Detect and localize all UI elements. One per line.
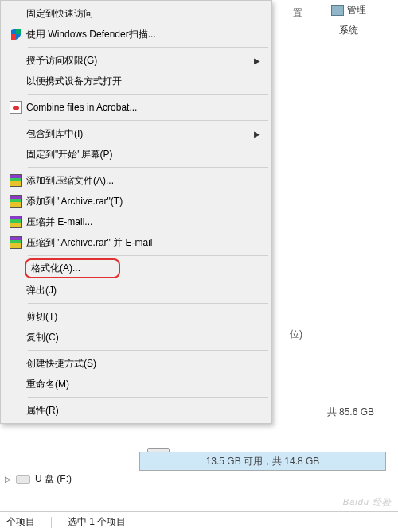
menu-properties[interactable]: 属性(R) <box>2 400 270 421</box>
watermark: Baidu 经验 <box>343 496 392 508</box>
status-divider <box>51 517 52 528</box>
menu-add-archive-rar[interactable]: 添加到 "Archive.rar"(T) <box>2 191 270 212</box>
winrar-icon <box>6 195 26 208</box>
menu-separator <box>28 255 268 256</box>
winrar-icon <box>6 236 26 249</box>
menu-compress-rar-email[interactable]: 压缩到 "Archive.rar" 并 E-mail <box>2 232 270 253</box>
status-count: 个项目 <box>6 515 35 529</box>
menu-separator <box>28 397 268 398</box>
svg-rect-0 <box>16 29 21 34</box>
ribbon-system-tab[interactable]: 系统 <box>339 24 358 37</box>
menu-create-shortcut[interactable]: 创建快捷方式(S) <box>2 353 270 374</box>
menu-pin-quick-access[interactable]: 固定到快速访问 <box>2 3 270 24</box>
menu-label: 压缩并 E-mail... <box>26 216 260 229</box>
menu-label: 以便携式设备方式打开 <box>26 75 260 88</box>
menu-label: 添加到压缩文件(A)... <box>26 174 260 188</box>
drive-usage-text: 13.5 GB 可用，共 14.8 GB <box>206 455 320 468</box>
menu-label: 创建快捷方式(S) <box>26 357 260 371</box>
winrar-icon <box>6 216 26 228</box>
menu-format-label[interactable]: 格式化(A)... <box>28 262 84 274</box>
menu-combine-acrobat[interactable]: Combine files in Acrobat... <box>2 97 270 118</box>
menu-separator <box>28 94 268 95</box>
format-highlight: 格式化(A)... <box>25 258 120 278</box>
menu-include-library[interactable]: 包含到库中(I) ▶ <box>2 123 270 144</box>
menu-label: 压缩到 "Archive.rar" 并 E-mail <box>26 236 260 250</box>
context-menu: 固定到快速访问 使用 Windows Defender扫描... 授予访问权限(… <box>0 0 272 424</box>
pdf-icon <box>6 101 26 114</box>
menu-label: 授予访问权限(G) <box>26 54 254 68</box>
ribbon-manage[interactable]: 管理 <box>331 3 366 17</box>
menu-separator <box>28 303 268 304</box>
menu-label: 重命名(M) <box>26 378 260 391</box>
menu-label: 固定到"开始"屏幕(P) <box>26 148 260 161</box>
menu-label: 属性(R) <box>26 404 260 417</box>
menu-rename[interactable]: 重命名(M) <box>2 374 270 394</box>
status-selected: 选中 1 个项目 <box>68 515 126 529</box>
menu-label: 剪切(T) <box>26 310 260 324</box>
menu-label: 包含到库中(I) <box>26 127 254 141</box>
menu-separator <box>28 47 268 48</box>
drive-total-right: 共 85.6 GB <box>327 406 374 419</box>
menu-eject[interactable]: 弹出(J) <box>2 280 270 301</box>
menu-copy[interactable]: 复制(C) <box>2 327 270 348</box>
menu-label: 使用 Windows Defender扫描... <box>26 28 260 41</box>
svg-rect-1 <box>11 34 16 40</box>
manage-icon <box>331 5 344 16</box>
menu-label: 添加到 "Archive.rar"(T) <box>26 195 260 208</box>
menu-compress-email[interactable]: 压缩并 E-mail... <box>2 212 270 232</box>
chevron-right-icon: ▷ <box>5 475 11 483</box>
drive-usage-bar[interactable]: 13.5 GB 可用，共 14.8 GB <box>139 452 386 471</box>
menu-separator <box>28 120 268 121</box>
menu-portable-device[interactable]: 以便携式设备方式打开 <box>2 71 270 91</box>
highlight-border: 格式化(A)... <box>25 258 120 278</box>
usb-drive-icon <box>16 475 30 484</box>
menu-label: 弹出(J) <box>26 284 260 297</box>
submenu-arrow-icon: ▶ <box>254 56 260 65</box>
menu-label: 复制(C) <box>26 331 260 344</box>
tree-item-udisk[interactable]: ▷ U 盘 (F:) <box>5 472 72 486</box>
menu-label: 固定到快速访问 <box>26 7 260 21</box>
menu-separator <box>28 350 268 351</box>
menu-separator <box>28 167 268 168</box>
tree-item-label: U 盘 (F:) <box>35 472 72 486</box>
menu-pin-start[interactable]: 固定到"开始"屏幕(P) <box>2 144 270 165</box>
status-bar: 个项目 选中 1 个项目 <box>0 511 398 532</box>
bg-text-fragment: 位) <box>290 328 302 341</box>
manage-label: 管理 <box>347 3 366 17</box>
menu-grant-access[interactable]: 授予访问权限(G) ▶ <box>2 50 270 71</box>
menu-defender-scan[interactable]: 使用 Windows Defender扫描... <box>2 24 270 45</box>
ribbon-fragment: 置 <box>293 6 302 20</box>
winrar-icon <box>6 174 26 187</box>
shield-icon <box>6 28 26 41</box>
menu-add-archive[interactable]: 添加到压缩文件(A)... <box>2 170 270 191</box>
menu-cut[interactable]: 剪切(T) <box>2 306 270 327</box>
submenu-arrow-icon: ▶ <box>254 130 260 138</box>
ribbon-area: 置 管理 系统 <box>271 0 398 40</box>
menu-label: Combine files in Acrobat... <box>26 102 260 113</box>
